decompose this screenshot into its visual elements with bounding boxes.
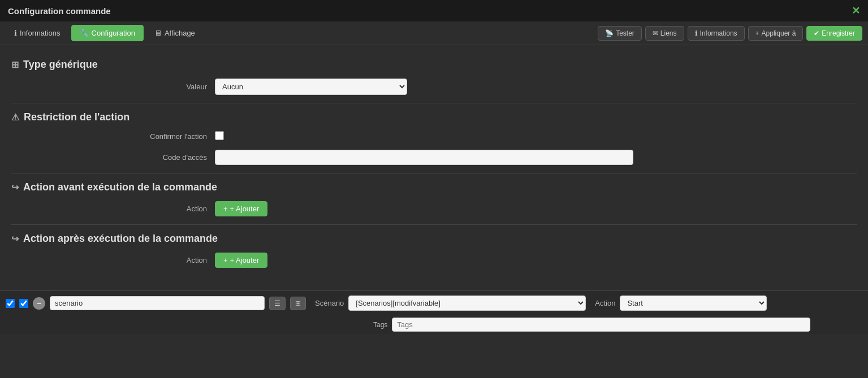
minus-icon: − <box>37 299 41 308</box>
scenario-label: Scénario <box>315 299 344 307</box>
divider-3 <box>11 224 857 225</box>
dialog-title: Configuration commande <box>8 6 111 16</box>
valeur-select[interactable]: Aucun <box>215 79 407 95</box>
code-row: Code d'accès <box>11 150 857 165</box>
confirmer-checkbox[interactable] <box>215 131 224 140</box>
action-label2: Action <box>595 299 615 307</box>
valeur-label: Valeur <box>23 82 215 91</box>
action-avant-row: Action + + Ajouter <box>11 201 857 216</box>
monitor-icon: 🖥 <box>154 29 162 37</box>
divider-1 <box>11 103 857 103</box>
action-bottom-row: − ☰ ⊞ Scénario [Scenarios][modifvariable… <box>0 290 868 315</box>
informations-button[interactable]: ℹ Informations <box>688 26 745 41</box>
list-icon: ☰ <box>274 299 280 307</box>
grid-icon: ⊞ <box>11 59 19 70</box>
action-avant-label: Action <box>23 205 215 213</box>
valeur-control: Aucun <box>215 79 633 95</box>
title-bar: Configuration commande ✕ <box>0 0 868 21</box>
appliquer-button[interactable]: + Appliquer à <box>748 26 804 41</box>
arrow-right-apres-icon: ↪ <box>11 233 19 244</box>
row-check-2[interactable] <box>19 299 28 308</box>
ajouter-avant-button[interactable]: + + Ajouter <box>215 201 267 216</box>
tags-input[interactable] <box>392 318 810 332</box>
liens-button[interactable]: ✉ Liens <box>645 26 684 41</box>
confirmer-row: Confirmer l'action <box>11 131 857 142</box>
plus-icon: + <box>755 29 759 37</box>
arrow-right-avant-icon: ↪ <box>11 182 19 193</box>
tab-affichage[interactable]: 🖥 Affichage <box>146 25 204 41</box>
tabs-left: ℹ Informations 🔧 Configuration 🖥 Afficha… <box>6 25 204 41</box>
action-apres-control: + + Ajouter <box>215 253 633 268</box>
tab-bar: ℹ Informations 🔧 Configuration 🖥 Afficha… <box>0 21 868 45</box>
action-select[interactable]: Start <box>620 296 767 311</box>
confirmer-control <box>215 131 633 142</box>
info2-icon: ℹ <box>695 29 698 37</box>
remove-action-button[interactable]: − <box>33 297 45 310</box>
tags-row: Tags <box>0 315 868 334</box>
action-apres-label: Action <box>23 256 215 264</box>
row-check-1[interactable] <box>6 299 15 308</box>
info-icon: ℹ <box>14 29 17 37</box>
tester-button[interactable]: 📡 Tester <box>598 26 642 41</box>
action-apres-row: Action + + Ajouter <box>11 253 857 268</box>
tabs-right: 📡 Tester ✉ Liens ℹ Informations + Appliq… <box>598 26 862 41</box>
close-button[interactable]: ✕ <box>852 5 860 17</box>
scenario-name-input[interactable] <box>50 296 265 310</box>
ajouter-apres-button[interactable]: + + Ajouter <box>215 253 267 268</box>
list-icon-button[interactable]: ☰ <box>269 297 286 310</box>
enregistrer-button[interactable]: ✔ Enregistrer <box>806 26 862 41</box>
tab-informations[interactable]: ℹ Informations <box>6 25 69 41</box>
section-action-apres-header: ↪ Action après exécution de la commande <box>11 233 857 245</box>
code-control <box>215 150 633 165</box>
confirmer-label: Confirmer l'action <box>23 132 215 141</box>
plus-apres-icon: + <box>223 256 228 264</box>
main-content: ⊞ Type générique Valeur Aucun ⚠ Restrict… <box>0 45 868 285</box>
grid2-icon: ⊞ <box>295 299 301 307</box>
code-input[interactable] <box>215 150 633 165</box>
section-restriction-header: ⚠ Restriction de l'action <box>11 111 857 123</box>
action-avant-control: + + Ajouter <box>215 201 633 216</box>
signal-icon: 📡 <box>605 29 614 37</box>
plus-avant-icon: + <box>223 205 228 213</box>
tab-configuration[interactable]: 🔧 Configuration <box>71 25 144 41</box>
divider-2 <box>11 173 857 173</box>
mail-icon: ✉ <box>653 29 658 37</box>
warning-icon: ⚠ <box>11 112 19 123</box>
check-icon: ✔ <box>814 29 819 37</box>
wrench-icon: 🔧 <box>80 29 89 37</box>
tags-label: Tags <box>373 321 387 329</box>
valeur-row: Valeur Aucun <box>11 79 857 95</box>
code-label: Code d'accès <box>23 153 215 162</box>
grid-icon-button[interactable]: ⊞ <box>290 297 306 310</box>
section-action-avant-header: ↪ Action avant exécution de la commande <box>11 181 857 193</box>
scenario-select[interactable]: [Scenarios][modifvariable] <box>348 296 586 311</box>
section-type-generique-header: ⊞ Type générique <box>11 59 857 71</box>
